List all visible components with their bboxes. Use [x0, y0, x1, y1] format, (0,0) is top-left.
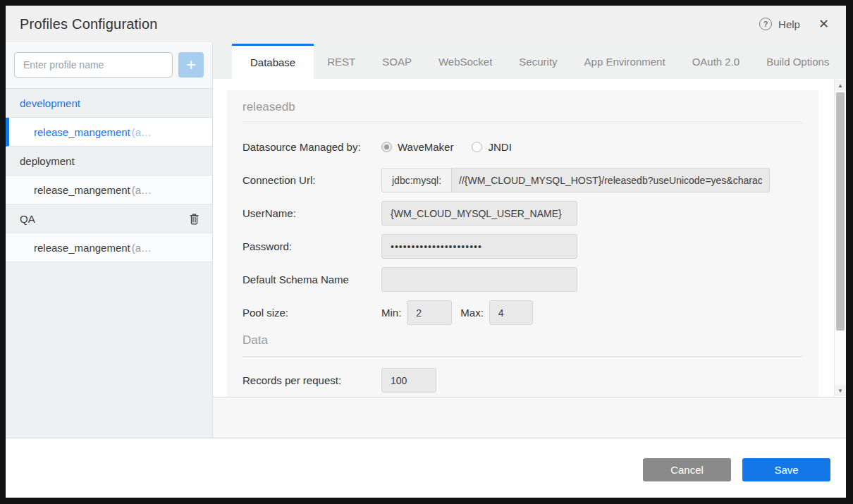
dialog-body: + development release_mangement (a… depl… — [6, 42, 846, 438]
cancel-button[interactable]: Cancel — [643, 458, 731, 481]
close-icon[interactable]: ✕ — [818, 18, 829, 30]
scroll-down-icon[interactable]: ▼ — [835, 385, 846, 396]
profile-label: QA — [20, 213, 35, 225]
tab-soap[interactable]: SOAP — [369, 44, 425, 79]
username-row: UserName: — [243, 201, 803, 226]
service-label-suffix: (a… — [132, 126, 152, 138]
dialog-footer: Cancel Save — [6, 438, 846, 498]
plus-icon: + — [186, 53, 196, 77]
pool-max-input[interactable] — [489, 300, 533, 325]
service-item-release-mangement-3[interactable]: release_mangement (a… — [6, 233, 212, 262]
delete-profile-icon[interactable] — [189, 213, 200, 225]
connection-url-row: Connection Url: jdbc:mysql: — [243, 168, 803, 192]
profile-label: deployment — [20, 155, 75, 167]
service-label-suffix: (a… — [132, 242, 152, 254]
records-label: Records per request: — [243, 374, 381, 386]
pool-size-label: Pool size: — [243, 307, 381, 319]
service-item-release-mangement-2[interactable]: release_mangement (a… — [6, 176, 212, 204]
records-row: Records per request: — [243, 368, 803, 393]
profile-label: development — [20, 97, 80, 109]
add-profile-row: + — [6, 42, 212, 89]
service-label: release_mangement — [34, 184, 130, 196]
add-profile-button[interactable]: + — [178, 52, 204, 78]
database-tab-panel: releasedb Datasource Managed by: WaveMak… — [213, 79, 846, 397]
section-title-releasedb: releasedb — [243, 100, 803, 123]
schema-input[interactable] — [381, 267, 577, 292]
radio-jndi-label: JNDI — [488, 141, 511, 153]
scrollbar-thumb[interactable] — [836, 92, 845, 331]
radio-selected-icon — [381, 142, 392, 152]
tab-security[interactable]: Security — [505, 44, 570, 79]
help-icon: ? — [759, 18, 772, 30]
config-content: Database REST SOAP WebSocket Security Ap… — [213, 42, 846, 438]
password-row: Password: — [243, 234, 803, 259]
dialog-header: Profiles Configuration ? Help ✕ — [6, 6, 846, 42]
datasource-row: Datasource Managed by: WaveMaker JNDI — [243, 135, 803, 159]
pool-max-label: Max: — [460, 307, 484, 319]
profiles-sidebar: + development release_mangement (a… depl… — [6, 42, 213, 438]
radio-unselected-icon — [472, 142, 482, 152]
tab-panel-footer-strip — [213, 397, 846, 438]
schema-row: Default Schema Name — [243, 267, 803, 292]
pool-min-input[interactable] — [407, 300, 452, 325]
pool-size-row: Pool size: Min: Max: — [243, 300, 803, 325]
help-label: Help — [778, 18, 800, 30]
password-input[interactable] — [381, 234, 577, 259]
profiles-configuration-dialog: Profiles Configuration ? Help ✕ + develo… — [6, 6, 846, 498]
save-button[interactable]: Save — [742, 458, 830, 481]
profile-item-development[interactable]: development — [6, 89, 212, 118]
service-label: release_mangement — [34, 126, 130, 138]
tab-rest[interactable]: REST — [314, 44, 369, 79]
tab-database[interactable]: Database — [232, 44, 314, 79]
datasource-label: Datasource Managed by: — [243, 141, 381, 153]
records-input[interactable] — [381, 368, 436, 393]
header-actions: ? Help ✕ — [759, 18, 829, 30]
scroll-up-icon[interactable]: ▲ — [835, 80, 846, 91]
profile-item-qa[interactable]: QA — [6, 204, 212, 233]
connection-url-label: Connection Url: — [243, 174, 381, 186]
connection-url-input[interactable] — [451, 168, 770, 192]
tab-build-options[interactable]: Build Options — [753, 44, 842, 79]
releasedb-form: releasedb Datasource Managed by: WaveMak… — [227, 90, 818, 397]
profile-list: development release_mangement (a… deploy… — [6, 89, 212, 262]
username-input[interactable] — [381, 201, 577, 226]
datasource-radio-group: WaveMaker JNDI — [381, 141, 512, 153]
vertical-scrollbar[interactable]: ▲ ▼ — [834, 79, 846, 397]
profile-item-deployment[interactable]: deployment — [6, 147, 212, 176]
config-tabs: Database REST SOAP WebSocket Security Ap… — [213, 42, 846, 79]
password-label: Password: — [243, 240, 381, 252]
tab-oauth-2-0[interactable]: OAuth 2.0 — [679, 44, 754, 79]
profile-name-input[interactable] — [14, 52, 173, 78]
radio-wavemaker[interactable]: WaveMaker — [381, 141, 453, 153]
page-title: Profiles Configuration — [20, 16, 158, 32]
section-title-data: Data — [243, 333, 803, 357]
service-item-release-mangement-1[interactable]: release_mangement (a… — [6, 118, 212, 147]
username-label: UserName: — [243, 207, 381, 219]
help-button[interactable]: ? Help — [759, 18, 800, 30]
service-label: release_mangement — [34, 242, 130, 254]
radio-jndi[interactable]: JNDI — [472, 141, 511, 153]
tab-app-environment[interactable]: App Environment — [571, 44, 679, 79]
connection-url-prefix: jdbc:mysql: — [381, 168, 452, 192]
connection-url-field: jdbc:mysql: — [381, 168, 770, 192]
pool-min-label: Min: — [381, 307, 401, 319]
tab-websocket[interactable]: WebSocket — [425, 44, 505, 79]
schema-label: Default Schema Name — [243, 273, 381, 285]
service-label-suffix: (a… — [132, 184, 152, 196]
radio-wavemaker-label: WaveMaker — [398, 141, 453, 153]
